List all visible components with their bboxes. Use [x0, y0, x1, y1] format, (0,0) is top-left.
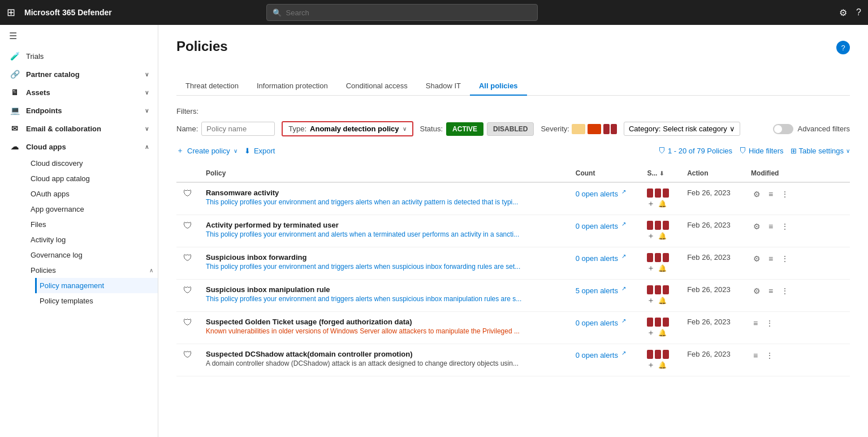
sidebar-item-activity-log[interactable]: Activity log: [26, 232, 158, 247]
create-policy-button[interactable]: ＋ Create policy ∨: [176, 145, 237, 156]
list-action-icon[interactable]: ≡: [766, 253, 775, 264]
advanced-filters-toggle[interactable]: [773, 124, 793, 134]
list-action-icon[interactable]: ≡: [766, 221, 775, 232]
bell-icon[interactable]: 🔔: [658, 297, 667, 305]
sidebar-item-partner-catalog[interactable]: 🔗 Partner catalog ∨: [0, 65, 158, 83]
sidebar-item-policy-templates[interactable]: Policy templates: [35, 293, 158, 309]
sidebar-item-governance-log[interactable]: Governance log: [26, 247, 158, 263]
add-icon[interactable]: ＋: [647, 199, 655, 209]
count-value[interactable]: 0 open alerts: [576, 190, 618, 198]
more-action-icon[interactable]: ⋮: [779, 253, 791, 264]
external-link-icon[interactable]: ↗: [621, 285, 626, 292]
external-link-icon[interactable]: ↗: [621, 350, 626, 356]
settings-action-icon[interactable]: ⚙: [751, 285, 763, 297]
category-filter[interactable]: Category: Select risk category ∨: [624, 122, 740, 136]
type-filter[interactable]: Type: Anomaly detection policy ∨: [282, 121, 413, 136]
count-value[interactable]: 0 open alerts: [576, 351, 618, 359]
th-modified: Modified: [744, 165, 805, 182]
sidebar-item-trials[interactable]: 🧪 Trials: [0, 47, 158, 65]
settings-action-icon[interactable]: ⚙: [751, 221, 763, 232]
count-value[interactable]: 0 open alerts: [576, 254, 618, 263]
more-action-icon[interactable]: ⋮: [779, 285, 791, 297]
sidebar-item-oauth-apps[interactable]: OAuth apps: [26, 186, 158, 202]
status-active-button[interactable]: ACTIVE: [446, 122, 483, 136]
add-icon[interactable]: ＋: [647, 231, 655, 241]
add-icon[interactable]: ＋: [647, 360, 655, 370]
severity-cell: ＋ 🔔: [640, 247, 680, 280]
sidebar-item-files[interactable]: Files: [26, 217, 158, 232]
search-input[interactable]: [286, 8, 532, 17]
sev-indicator: [647, 188, 653, 198]
sidebar-item-cloud-app-catalog[interactable]: Cloud app catalog: [26, 171, 158, 186]
sev-actions: ＋ 🔔: [647, 231, 673, 241]
export-button[interactable]: ⬇ Export: [244, 147, 275, 155]
count-value[interactable]: 0 open alerts: [576, 222, 618, 230]
sidebar-item-policy-management[interactable]: Policy management: [35, 278, 158, 293]
policy-name[interactable]: Suspected Golden Ticket usage (forged au…: [206, 318, 562, 326]
list-action-icon[interactable]: ≡: [751, 318, 760, 329]
add-icon[interactable]: ＋: [647, 263, 655, 273]
bell-icon[interactable]: 🔔: [658, 361, 667, 369]
severity-low-button[interactable]: [572, 124, 585, 134]
settings-action-icon[interactable]: ⚙: [751, 253, 763, 264]
add-icon[interactable]: ＋: [647, 328, 655, 338]
sidebar-item-endpoints[interactable]: 💻 Endpoints ∨: [0, 101, 158, 119]
list-action-icon[interactable]: ≡: [766, 285, 775, 297]
waffle-icon[interactable]: ⊞: [7, 6, 15, 19]
policy-name[interactable]: Suspicious inbox manipulation rule: [206, 285, 562, 294]
tab-conditional-access[interactable]: Conditional access: [337, 77, 417, 96]
more-action-icon[interactable]: ⋮: [763, 318, 776, 329]
row-actions: ⚙ ≡ ⋮: [751, 285, 798, 297]
th-count[interactable]: Count: [569, 165, 641, 182]
tab-shadow-it[interactable]: Shadow IT: [417, 77, 470, 96]
status-disabled-button[interactable]: DISABLED: [487, 122, 534, 136]
tab-all-policies[interactable]: All policies: [470, 77, 527, 96]
list-action-icon[interactable]: ≡: [751, 350, 760, 361]
name-filter-input[interactable]: [201, 122, 275, 136]
policy-name[interactable]: Suspicious inbox forwarding: [206, 253, 562, 262]
th-severity[interactable]: S... ⬇: [640, 165, 680, 182]
sidebar-item-policies[interactable]: Policies ∧: [26, 263, 158, 278]
tab-information-protection[interactable]: Information protection: [248, 77, 337, 96]
count-value[interactable]: 5 open alerts: [576, 286, 618, 295]
sev-indicator: [647, 318, 653, 327]
external-link-icon[interactable]: ↗: [621, 188, 626, 195]
bell-icon[interactable]: 🔔: [658, 329, 667, 337]
tab-threat-detection[interactable]: Threat detection: [176, 77, 248, 96]
row-actions: ⚙ ≡ ⋮: [751, 253, 798, 264]
more-action-icon[interactable]: ⋮: [779, 188, 791, 200]
hide-filters-button[interactable]: ⛉ Hide filters: [739, 147, 783, 155]
external-link-icon[interactable]: ↗: [621, 318, 626, 324]
policy-name[interactable]: Ransomware activity: [206, 188, 562, 197]
row-actions-cell: ⚙ ≡ ⋮: [744, 280, 805, 312]
bell-icon[interactable]: 🔔: [658, 200, 667, 208]
severity-high-button[interactable]: [603, 124, 617, 134]
settings-action-icon[interactable]: ⚙: [751, 188, 763, 200]
table-settings-button[interactable]: ⊞ Table settings ∨: [791, 147, 850, 155]
list-action-icon[interactable]: ≡: [766, 188, 775, 200]
name-filter-label: Name:: [176, 125, 198, 133]
help-icon[interactable]: ?: [856, 7, 861, 18]
more-action-icon[interactable]: ⋮: [763, 350, 776, 361]
th-policy[interactable]: Policy: [199, 165, 569, 182]
external-link-icon[interactable]: ↗: [621, 253, 626, 259]
sidebar-item-email-collaboration[interactable]: ✉ Email & collaboration ∨: [0, 119, 158, 138]
sidebar-item-assets[interactable]: 🖥 Assets ∨: [0, 83, 158, 101]
add-icon[interactable]: ＋: [647, 295, 655, 306]
sidebar-item-app-governance[interactable]: App governance: [26, 202, 158, 217]
severity-medium-button[interactable]: [588, 124, 601, 134]
sidebar-item-cloud-apps[interactable]: ☁ Cloud apps ∧: [0, 138, 158, 156]
help-button[interactable]: ?: [836, 41, 850, 54]
hamburger-button[interactable]: ☰: [0, 25, 158, 47]
count-value[interactable]: 0 open alerts: [576, 319, 618, 327]
table-icon: ⊞: [791, 147, 797, 155]
settings-icon[interactable]: ⚙: [839, 7, 847, 18]
policy-name[interactable]: Activity performed by terminated user: [206, 221, 562, 229]
more-action-icon[interactable]: ⋮: [779, 221, 791, 232]
policy-name[interactable]: Suspected DCShadow attack(domain control…: [206, 350, 562, 358]
severity-indicators: [647, 350, 673, 359]
bell-icon[interactable]: 🔔: [658, 232, 667, 240]
external-link-icon[interactable]: ↗: [621, 221, 626, 227]
bell-icon[interactable]: 🔔: [658, 264, 667, 272]
sidebar-item-cloud-discovery[interactable]: Cloud discovery: [26, 156, 158, 171]
